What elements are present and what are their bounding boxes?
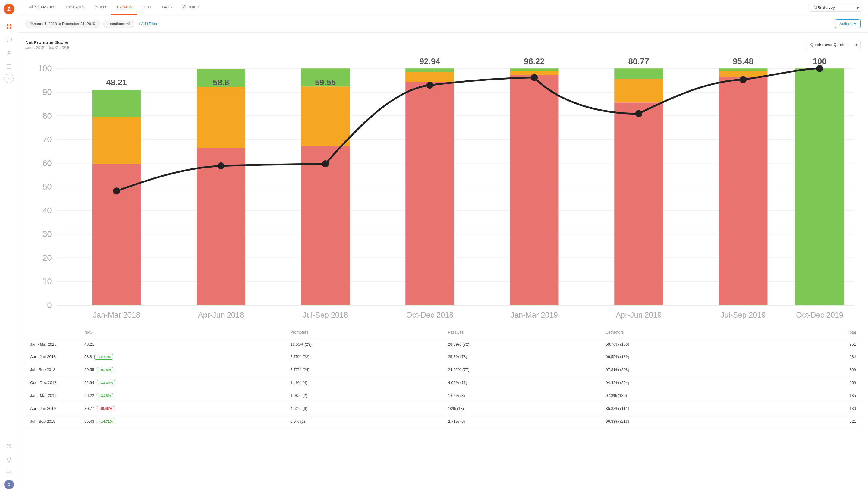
cell-passives: 1.62% (3) (443, 389, 601, 402)
cell-promoters: 11.55% (29) (285, 338, 443, 350)
change-badge: +33.39% (97, 380, 115, 385)
survey-select[interactable]: NPS Survey Customer Satisfaction Employe… (809, 3, 862, 12)
tab-trends[interactable]: TRENDS (111, 0, 137, 15)
cell-detractors: 66.55% (189) (601, 350, 769, 363)
tab-insights[interactable]: INSIGHTS (62, 0, 89, 15)
svg-rect-50 (405, 72, 454, 82)
date-range-filter[interactable]: January 1, 2018 to December 31, 2019 (25, 20, 100, 28)
svg-text:60: 60 (43, 158, 52, 168)
topnav-right: NPS Survey Customer Satisfaction Employe… (809, 3, 862, 12)
period-select[interactable]: Quarter over Quarter Month over Month Ye… (806, 40, 861, 49)
cell-promoters: 1.08% (2) (285, 389, 443, 402)
svg-text:10: 10 (43, 277, 52, 286)
bar-group-2: 58.8 Apr-Jun 2018 (196, 69, 245, 319)
svg-text:48.21: 48.21 (106, 78, 127, 87)
svg-point-78 (740, 76, 746, 83)
svg-rect-39 (196, 148, 245, 305)
col-passives: Passives (443, 326, 601, 338)
svg-text:90: 90 (43, 87, 52, 97)
svg-rect-2 (7, 27, 8, 29)
main-area: SNAPSHOT INSIGHTS INBOX TRENDS TEXT TAGS… (18, 0, 868, 493)
svg-rect-45 (301, 86, 350, 146)
tab-build[interactable]: BUILD (177, 0, 204, 15)
actions-button[interactable]: Actions ▾ (835, 19, 861, 28)
svg-rect-56 (510, 68, 559, 71)
svg-text:92.94: 92.94 (419, 57, 440, 66)
table-row: Apr - Jun 2018 58.8 +10.59% 7.75% (22) 2… (25, 350, 861, 363)
table-row: Jan - Mar 2019 96.22 +3.28% 1.08% (2) 1.… (25, 389, 861, 402)
svg-text:40: 40 (43, 206, 52, 215)
sidebar: Z + C (0, 0, 18, 493)
svg-text:95.48: 95.48 (733, 57, 754, 66)
svg-rect-9 (29, 7, 30, 8)
tab-text[interactable]: TEXT (137, 0, 157, 15)
cell-nps: 48.21 (80, 338, 285, 350)
cell-total: 309 (769, 363, 861, 376)
change-badge: +14.71% (97, 419, 115, 424)
cell-promoters: 4.62% (6) (285, 402, 443, 415)
bar-group-3: 59.55 Jul-Sep 2018 (301, 68, 350, 319)
location-filter[interactable]: Locations: All (103, 20, 135, 28)
nav-tabs: SNAPSHOT INSIGHTS INBOX TRENDS TEXT TAGS… (24, 0, 809, 15)
cell-passives: 4.09% (11) (443, 376, 601, 389)
svg-text:96.22: 96.22 (524, 57, 545, 66)
cell-passives: 25.7% (73) (443, 350, 601, 363)
svg-rect-66 (719, 68, 768, 70)
svg-rect-60 (614, 79, 663, 103)
cell-nps: 59.55 +0.75% (80, 363, 285, 376)
col-nps: NPS (80, 326, 285, 338)
data-table-section: NPS Promoters Passives Detractors Total … (18, 326, 868, 440)
cell-total: 251 (769, 338, 861, 350)
svg-rect-40 (196, 87, 245, 148)
sidebar-icon-grid[interactable] (3, 21, 15, 33)
nps-table: NPS Promoters Passives Detractors Total … (25, 326, 861, 428)
svg-text:Apr-Jun 2019: Apr-Jun 2019 (616, 311, 661, 319)
chevron-down-icon: ▾ (854, 21, 856, 26)
sidebar-icon-help[interactable] (3, 440, 15, 452)
filter-bar: January 1, 2018 to December 31, 2019 Loc… (18, 15, 868, 33)
cell-nps: 92.94 +33.39% (80, 376, 285, 389)
app-logo[interactable]: Z (4, 4, 15, 15)
sidebar-icon-person[interactable] (3, 47, 15, 59)
cell-nps: 95.48 +14.71% (80, 415, 285, 428)
tab-tags[interactable]: TAGS (157, 0, 177, 15)
tab-snapshot[interactable]: SNAPSHOT (24, 0, 62, 15)
nps-value: 58.8 (84, 355, 92, 359)
cell-promoters: 1.49% (4) (285, 376, 443, 389)
svg-rect-0 (7, 24, 8, 26)
svg-text:Apr-Jun 2018: Apr-Jun 2018 (198, 311, 244, 319)
cell-period: Apr - Jun 2018 (25, 350, 80, 363)
svg-rect-36 (92, 90, 141, 117)
svg-rect-69 (795, 68, 844, 305)
col-total: Total (769, 326, 861, 338)
user-avatar[interactable]: C (4, 480, 14, 489)
bar-group-4: 92.94 Oct-Dec 2018 (405, 57, 454, 319)
svg-text:59.55: 59.55 (315, 78, 336, 87)
sidebar-icon-chat[interactable] (3, 34, 15, 46)
build-icon (182, 4, 186, 9)
svg-rect-54 (510, 75, 559, 305)
cell-nps: 96.22 +3.28% (80, 389, 285, 402)
tab-inbox[interactable]: INBOX (89, 0, 111, 15)
svg-point-72 (113, 188, 120, 194)
page-content: January 1, 2018 to December 31, 2019 Loc… (18, 15, 868, 493)
svg-point-74 (322, 160, 329, 167)
table-row: Jul - Sep 2019 95.48 +14.71% 0.9% (2) 2.… (25, 415, 861, 428)
cell-period: Jul - Sep 2018 (25, 363, 80, 376)
svg-rect-64 (719, 77, 768, 305)
sidebar-icon-settings[interactable] (3, 467, 15, 478)
add-filter-button[interactable]: + Add Filter (138, 22, 157, 26)
nps-value: 59.55 (84, 367, 94, 372)
chart-title-area: Net Promoter Score Jan 1, 2018 - Dec 31,… (25, 40, 69, 50)
sidebar-icon-add[interactable]: + (4, 73, 14, 83)
svg-text:70: 70 (43, 135, 52, 144)
cell-detractors: 94.42% (254) (601, 376, 769, 389)
cell-total: 269 (769, 376, 861, 389)
sidebar-icon-bell[interactable] (3, 453, 15, 465)
bar-group-1: 48.21 Jan-Mar 2018 (92, 78, 141, 319)
sidebar-icon-calendar[interactable] (3, 60, 15, 72)
cell-nps: 80.77 -15.45% (80, 402, 285, 415)
svg-text:0: 0 (47, 300, 51, 310)
cell-detractors: 97.3% (180) (601, 389, 769, 402)
cell-nps: 58.8 +10.59% (80, 350, 285, 363)
